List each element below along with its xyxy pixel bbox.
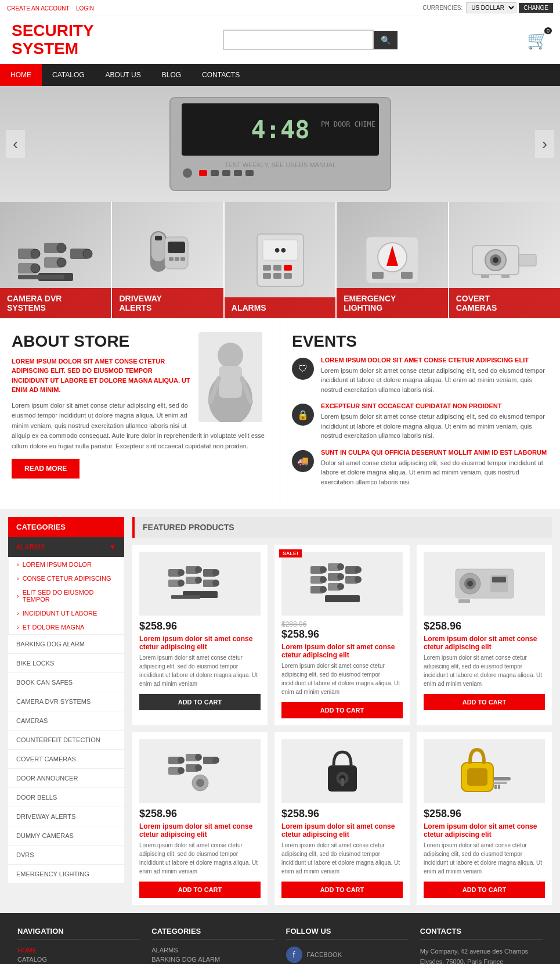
svg-rect-111 (341, 778, 344, 786)
product-2-name: Lorem ipsum dolor sit amet conse ctetur … (281, 643, 403, 659)
svg-rect-35 (273, 265, 281, 271)
product-5-price: $258.96 (281, 808, 403, 820)
sidebar-item-counterfeit[interactable]: COUNTERFEIT DETECTION (8, 731, 124, 750)
product-2-old-price: $288.96 (281, 620, 403, 628)
footer-navigation-title: NAVIGATION (17, 927, 140, 940)
add-to-cart-button-3[interactable]: ADD TO CART (424, 694, 545, 710)
dropdown-arrow-icon: ▼ (109, 543, 116, 551)
svg-point-12 (31, 249, 40, 258)
hero-prev-arrow[interactable]: ‹ (6, 130, 25, 158)
cat-item-driveway[interactable]: DRIVEWAYALERTS (112, 202, 224, 318)
event-2-title: EXCEPTEUR SINT OCCAECAT CUPIDATAT NON PR… (321, 402, 548, 409)
svg-point-14 (31, 264, 40, 273)
add-to-cart-button-2[interactable]: ADD TO CART (281, 702, 403, 718)
svg-rect-117 (498, 785, 500, 789)
sidebar-sub-item-5[interactable]: ET DOLORE MAGNA (9, 620, 124, 634)
sidebar-item-bike-locks[interactable]: BIKE LOCKS (8, 654, 124, 673)
sidebar-item-cameras[interactable]: CAMERAS (8, 711, 124, 731)
nav-about-us[interactable]: ABOUT US (95, 64, 151, 86)
svg-point-79 (337, 563, 344, 570)
product-4-image (139, 739, 261, 803)
footer-follow-title: FOLLOW US (286, 927, 409, 940)
add-to-cart-button-1[interactable]: ADD TO CART (139, 694, 261, 710)
sidebar-item-door-announcer[interactable]: DOOR ANNOUNCER (8, 769, 124, 788)
svg-point-69 (212, 580, 219, 587)
nav-contacts[interactable]: CONTACTS (192, 64, 250, 86)
nav-catalog[interactable]: CATALOG (42, 64, 95, 86)
sidebar-alarms-dropdown[interactable]: ALARMS ▼ (8, 537, 124, 557)
change-currency-button[interactable]: CHANGE (519, 3, 553, 13)
svg-rect-94 (492, 577, 506, 582)
sidebar-item-dummy-cameras[interactable]: DUMMY CAMERAS (8, 826, 124, 846)
product-4-desc: Lorem ipsum dolor sit amet conse ctetur … (139, 841, 261, 876)
event-item-3: 🚚 SUNT IN CULPA QUI OFFICIA DESERUNT MOL… (292, 449, 548, 487)
svg-rect-10 (245, 170, 254, 176)
top-bar-left: CREATE AN ACCOUNT LOGIN (7, 4, 99, 12)
add-to-cart-button-5[interactable]: ADD TO CART (281, 882, 403, 898)
product-card-3: $258.96 Lorem ipsum dolor sit amet conse… (417, 545, 552, 725)
shield-icon: 🛡 (292, 358, 314, 380)
nav-home[interactable]: HOME (0, 64, 42, 86)
footer-nav-home[interactable]: HOME (17, 947, 140, 954)
sidebar-item-driveway[interactable]: DRIVEWAY ALERTS (8, 807, 124, 826)
add-to-cart-button-4[interactable]: ADD TO CART (139, 882, 261, 898)
product-2-image (281, 552, 403, 616)
svg-rect-6 (199, 170, 207, 176)
svg-point-53 (218, 343, 243, 368)
cat-item-camera-dvr[interactable]: CAMERA DVRSYSTEMS (0, 202, 112, 318)
cat-item-alarms[interactable]: ●● ALARMS (225, 202, 337, 318)
product-5-image (281, 739, 403, 803)
cat-item-emergency[interactable]: EMERGENCYLIGHTING (337, 202, 449, 318)
search-button[interactable]: 🔍 (374, 31, 398, 49)
svg-rect-46 (519, 254, 536, 266)
svg-point-67 (212, 569, 219, 576)
sidebar-item-emergency[interactable]: EMERGENCY LIGHTING (8, 865, 124, 884)
logo: SECURITY SYSTEM (12, 22, 94, 58)
create-account-link[interactable]: CREATE AN ACCOUNT (7, 5, 70, 12)
footer-cat-barking[interactable]: BARKING DOG ALARM (151, 956, 274, 963)
svg-point-87 (355, 576, 362, 583)
svg-rect-39 (284, 273, 292, 279)
sidebar-sub-item-3[interactable]: ELIT SED DO EIUSMOD TEMPOR (9, 585, 124, 606)
cat-label-driveway: DRIVEWAYALERTS (112, 288, 223, 318)
svg-rect-29 (175, 257, 179, 261)
login-link[interactable]: LOGIN (76, 5, 94, 12)
read-more-button[interactable]: READ MORE (12, 459, 80, 479)
svg-rect-71 (171, 595, 200, 599)
sidebar-item-dvrs[interactable]: DVRS (8, 846, 124, 865)
sidebar-item-barking-dog[interactable]: BARKING DOG ALARM (8, 635, 124, 654)
event-1-text: Lorem ipsum dolor sit amet conse ctetur … (321, 366, 548, 395)
svg-rect-116 (494, 785, 497, 789)
sidebar-item-door-bells[interactable]: DOOR BELLS (8, 788, 124, 807)
product-4-price: $258.96 (139, 808, 261, 820)
search-input[interactable] (223, 30, 374, 50)
product-1-desc: Lorem ipsum dolor sit amet conse ctetur … (139, 653, 261, 688)
sidebar-sub-item-4[interactable]: INCIDIDUNT UT LABORE (9, 606, 124, 620)
search-bar: 🔍 (223, 30, 398, 50)
svg-point-59 (178, 569, 185, 576)
currency-select[interactable]: US DOLLAR (466, 2, 516, 13)
cart-icon[interactable]: 🛒 0 (527, 30, 548, 50)
svg-point-5 (183, 168, 192, 178)
svg-rect-50 (481, 275, 489, 278)
svg-rect-38 (273, 273, 281, 279)
sidebar-sub-item-1[interactable]: LOREM IPSUM DOLOR (9, 557, 124, 571)
cat-item-covert[interactable]: COVERTCAMERAS (449, 202, 560, 318)
hero-next-arrow[interactable]: › (535, 130, 554, 158)
add-to-cart-button-6[interactable]: ADD TO CART (424, 882, 545, 898)
footer-contacts-title: CONTACTS (420, 927, 543, 940)
svg-rect-115 (493, 782, 507, 784)
lock-icon: 🔒 (292, 404, 314, 426)
sidebar-item-camera-dvr[interactable]: CAMERA DVR SYSTEMS (8, 692, 124, 711)
nav-blog[interactable]: BLOG (151, 64, 192, 86)
svg-rect-22 (18, 275, 64, 279)
sidebar-sub-item-2[interactable]: CONSE CTETUR ADIPISCING (9, 571, 124, 585)
facebook-icon[interactable]: f (286, 947, 302, 963)
svg-point-81 (337, 573, 344, 580)
footer-cat-alarms[interactable]: ALARMS (151, 947, 274, 954)
sidebar-item-covert[interactable]: COVERT CAMERAS (8, 750, 124, 769)
sidebar-item-book-can[interactable]: BOOK CAN SAFES (8, 673, 124, 692)
about-person-image (198, 332, 268, 424)
facebook-label[interactable]: FACEBOOK (307, 951, 342, 958)
footer-nav-catalog[interactable]: CATALOG (17, 956, 140, 963)
